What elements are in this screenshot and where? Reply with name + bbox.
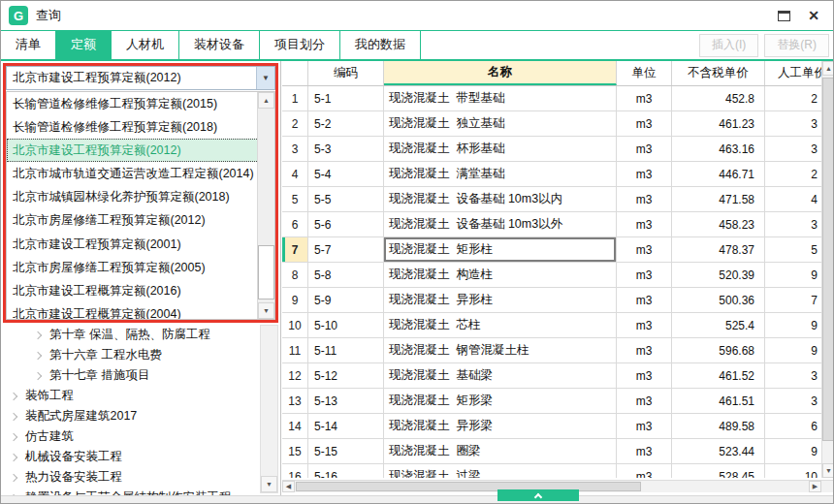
cell-code[interactable]: 5-7 xyxy=(308,237,384,262)
cell-num[interactable]: 16 xyxy=(282,464,308,478)
table-vertical-scrollbar[interactable]: ▲ ▼ xyxy=(821,61,834,478)
tab-quota[interactable]: 定额 xyxy=(56,31,112,59)
table-row[interactable]: 55-5现浇混凝土 设备基础 10m3以内m3471.584 xyxy=(282,187,821,212)
cell-num[interactable]: 7 xyxy=(282,237,308,262)
cell-code[interactable]: 5-4 xyxy=(308,162,384,186)
cell-price[interactable]: 461.52 xyxy=(672,363,765,388)
table-row[interactable]: 145-14现浇混凝土 异形梁m3489.586 xyxy=(282,414,821,439)
cell-code[interactable]: 5-5 xyxy=(308,187,384,211)
scroll-down-icon[interactable]: ▼ xyxy=(822,463,834,478)
cell-unit[interactable]: m3 xyxy=(617,338,672,362)
scroll-down-icon[interactable]: ▼ xyxy=(261,476,277,492)
cell-labor[interactable]: 3 xyxy=(765,389,821,413)
cell-num[interactable]: 9 xyxy=(282,288,308,312)
cell-code[interactable]: 5-16 xyxy=(308,464,384,478)
cell-unit[interactable]: m3 xyxy=(617,212,672,236)
cell-price[interactable]: 478.37 xyxy=(672,237,765,262)
table-row[interactable]: 85-8现浇混凝土 构造柱m3520.399 xyxy=(282,263,821,288)
scrollbar-thumb[interactable] xyxy=(822,78,834,441)
scrollbar-thumb[interactable] xyxy=(296,482,641,491)
cell-name[interactable]: 现浇混凝土 矩形柱 xyxy=(384,237,617,262)
table-row[interactable]: 105-10现浇混凝土 芯柱m3525.49 xyxy=(282,313,821,338)
table-row[interactable]: 65-6现浇混凝土 设备基础 10m3以外m3458.233 xyxy=(282,212,821,237)
cell-code[interactable]: 5-9 xyxy=(308,288,384,312)
table-row[interactable]: 45-4现浇混凝土 满堂基础m3446.712 xyxy=(282,162,821,187)
cell-labor[interactable]: 9 xyxy=(765,338,821,362)
cell-unit[interactable]: m3 xyxy=(617,313,672,337)
header-unit[interactable]: 单位 xyxy=(617,61,672,85)
cell-name[interactable]: 现浇混凝土 设备基础 10m3以外 xyxy=(384,212,617,236)
cell-labor[interactable]: 3 xyxy=(765,363,821,388)
cell-num[interactable]: 13 xyxy=(282,389,308,413)
scroll-down-icon[interactable]: ▼ xyxy=(258,302,274,319)
cell-labor[interactable]: 4 xyxy=(765,187,821,211)
cell-name[interactable]: 现浇混凝土 构造柱 xyxy=(384,263,617,287)
cell-price[interactable]: 458.23 xyxy=(672,212,765,236)
cell-unit[interactable]: m3 xyxy=(617,288,672,312)
cell-num[interactable]: 12 xyxy=(282,363,308,388)
cell-num[interactable]: 5 xyxy=(282,187,308,211)
header-name[interactable]: 名称 xyxy=(384,61,617,85)
cell-num[interactable]: 14 xyxy=(282,414,308,438)
maximize-button[interactable] xyxy=(778,11,790,21)
replace-button[interactable]: 替换(R) xyxy=(764,34,829,57)
scroll-up-icon[interactable]: ▲ xyxy=(822,61,834,76)
scrollbar-thumb[interactable] xyxy=(258,245,274,299)
cell-name[interactable]: 现浇混凝土 独立基础 xyxy=(384,111,617,136)
dropdown-item[interactable]: 北京市建设工程预算定额(2012) xyxy=(7,139,274,162)
chevron-right-icon[interactable] xyxy=(34,331,42,338)
cell-unit[interactable]: m3 xyxy=(617,464,672,478)
dropdown-item[interactable]: 北京市建设工程概算定额(2004) xyxy=(7,302,274,320)
cell-labor[interactable]: 3 xyxy=(765,212,821,236)
cell-code[interactable]: 5-8 xyxy=(308,263,384,287)
cell-labor[interactable]: 9 xyxy=(765,313,821,337)
cell-labor[interactable]: 6 xyxy=(765,414,821,438)
cell-num[interactable]: 1 xyxy=(282,86,308,110)
cell-code[interactable]: 5-10 xyxy=(308,313,384,337)
cell-labor[interactable]: 2 xyxy=(765,162,821,186)
cell-labor[interactable]: 3 xyxy=(765,111,821,136)
table-row[interactable]: 155-15现浇混凝土 圈梁m3523.449 xyxy=(282,439,821,464)
cell-name[interactable]: 现浇混凝土 过梁 xyxy=(384,464,617,478)
tree-item[interactable]: 第十七章 措施项目 xyxy=(1,365,259,386)
dropdown-item[interactable]: 北京市房屋修缮工程预算定额(2012) xyxy=(7,208,274,232)
cell-labor[interactable]: 7 xyxy=(765,288,821,312)
cell-name[interactable]: 现浇混凝土 满堂基础 xyxy=(384,162,617,186)
cell-code[interactable]: 5-12 xyxy=(308,363,384,388)
header-labor-price[interactable]: 人工单价 xyxy=(765,61,821,85)
cell-num[interactable]: 6 xyxy=(282,212,308,236)
tree-item[interactable]: 机械设备安装工程 xyxy=(1,447,259,467)
cell-num[interactable]: 15 xyxy=(282,439,308,463)
table-row[interactable]: 135-13现浇混凝土 矩形梁m3461.513 xyxy=(282,389,821,414)
cell-price[interactable]: 452.8 xyxy=(672,86,765,110)
cell-price[interactable]: 463.16 xyxy=(672,137,765,161)
dropdown-item[interactable]: 北京市城镇园林绿化养护预算定额(2018) xyxy=(7,185,274,208)
dropdown-item[interactable]: 北京市房屋修缮工程预算定额(2005) xyxy=(7,256,274,279)
cell-code[interactable]: 5-2 xyxy=(308,111,384,136)
cell-unit[interactable]: m3 xyxy=(617,263,672,287)
cell-price[interactable]: 596.68 xyxy=(672,338,765,362)
cell-num[interactable]: 2 xyxy=(282,111,308,136)
cell-labor[interactable]: 3 xyxy=(765,137,821,161)
cell-labor[interactable]: 9 xyxy=(765,263,821,287)
dropdown-item[interactable]: 北京市建设工程预算定额(2001) xyxy=(7,233,274,256)
cell-name[interactable]: 现浇混凝土 矩形梁 xyxy=(384,389,617,413)
dropdown-item[interactable]: 北京市城市轨道交通运营改造工程定额(2014) xyxy=(7,162,274,185)
cell-num[interactable]: 10 xyxy=(282,313,308,337)
scroll-up-icon[interactable]: ▲ xyxy=(258,92,274,109)
quota-standard-combobox[interactable]: 北京市建设工程预算定额(2012) ▼ xyxy=(6,66,275,90)
cell-price[interactable]: 528.45 xyxy=(672,464,765,478)
tab-my-data[interactable]: 我的数据 xyxy=(340,31,421,59)
cell-unit[interactable]: m3 xyxy=(617,162,672,186)
tree-item[interactable]: 仿古建筑 xyxy=(1,426,259,447)
cell-price[interactable]: 446.71 xyxy=(672,162,765,186)
table-row[interactable]: 15-1现浇混凝土 带型基础m3452.82 xyxy=(282,86,821,111)
tree-scrollbar[interactable]: ▼ xyxy=(260,325,278,493)
cell-labor[interactable]: 9 xyxy=(765,439,821,463)
chevron-right-icon[interactable] xyxy=(10,392,17,399)
cell-num[interactable]: 8 xyxy=(282,263,308,287)
cell-code[interactable]: 5-14 xyxy=(308,414,384,438)
tab-labor-machine[interactable]: 人材机 xyxy=(112,31,179,59)
header-price[interactable]: 不含税单价 xyxy=(672,61,765,85)
cell-labor[interactable]: 2 xyxy=(765,86,821,110)
